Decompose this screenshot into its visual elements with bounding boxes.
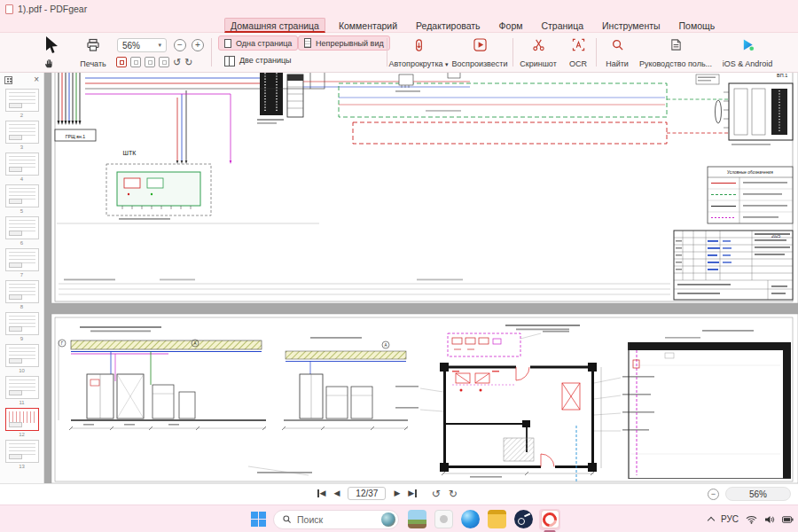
thumbnail-page-8[interactable]: 8 bbox=[4, 280, 41, 310]
rotate-right-button[interactable]: ↻ bbox=[184, 58, 192, 67]
thumbnail-page-12[interactable]: 12 bbox=[4, 408, 41, 438]
document-icon bbox=[5, 4, 13, 14]
thumbnail-page-13[interactable]: 13 bbox=[4, 440, 41, 470]
rotate-cw-button[interactable]: ↻ bbox=[449, 489, 458, 499]
actual-size-button[interactable] bbox=[116, 57, 127, 67]
print-button[interactable]: Печать bbox=[73, 35, 113, 71]
title-block: 2025 bbox=[674, 231, 793, 300]
thumbnail-page-4[interactable]: 4 bbox=[4, 153, 41, 183]
tab-6[interactable]: Инструменты bbox=[597, 18, 665, 33]
thumbnail-panel-header: × bbox=[0, 73, 43, 87]
guide-document-icon bbox=[669, 38, 683, 51]
play-icon bbox=[473, 38, 487, 51]
ocr-label: OCR bbox=[569, 59, 587, 68]
system-tray: РУС bbox=[708, 505, 794, 532]
zoom-select[interactable]: 56% ▾ bbox=[117, 38, 167, 52]
search-placeholder: Поиск bbox=[297, 514, 376, 525]
document-viewer[interactable]: ГРЩ вн.1 ШТК bbox=[44, 73, 798, 483]
find-label: Найти bbox=[606, 59, 629, 68]
ios-android-label: iOS & Android bbox=[723, 59, 773, 68]
zoom-level-indicator[interactable]: 56% bbox=[725, 487, 791, 501]
page-navigation: ◀ ◀ 12/37 ▶ ▶ ↺ ↻ bbox=[317, 487, 458, 500]
app-icon-steam[interactable] bbox=[512, 509, 534, 530]
continuous-view-button[interactable]: Непрерывный вид bbox=[298, 35, 390, 51]
wire-bundle bbox=[59, 73, 80, 121]
play-button[interactable]: Воспроизвести bbox=[450, 35, 509, 71]
app-icon-pdfgear[interactable] bbox=[539, 509, 560, 530]
user-guide-button[interactable]: Руководство поль... bbox=[637, 35, 715, 71]
one-page-label: Одна страница bbox=[236, 39, 292, 48]
zoom-out-button[interactable]: − bbox=[174, 39, 186, 51]
document-canvas[interactable]: ГРЩ вн.1 ШТК bbox=[44, 73, 798, 483]
language-indicator[interactable]: РУС bbox=[721, 514, 739, 524]
ios-android-icon bbox=[741, 38, 755, 51]
app-icon-files[interactable] bbox=[433, 509, 454, 530]
hand-tool-button[interactable] bbox=[43, 57, 56, 73]
search-icon bbox=[611, 38, 624, 51]
zoom-controls: − 56% bbox=[708, 487, 791, 501]
tab-3[interactable]: Редактировать bbox=[411, 18, 486, 33]
minus-icon: − bbox=[177, 41, 183, 50]
thumbnail-page-5[interactable]: 5 bbox=[4, 184, 41, 215]
thumbnail-page-3[interactable]: 3 bbox=[4, 121, 41, 151]
work-area: × 2345678910111213 bbox=[0, 73, 798, 483]
ocr-button[interactable]: OCR bbox=[562, 35, 594, 71]
vp1-label: ВП.1 bbox=[777, 73, 787, 78]
app-icon-edge[interactable] bbox=[459, 509, 481, 530]
thumbnail-panel: × 2345678910111213 bbox=[0, 73, 44, 483]
rotate-ccw-button[interactable]: ↺ bbox=[432, 489, 441, 499]
last-page-button[interactable]: ▶ bbox=[408, 489, 416, 497]
tab-1[interactable]: Домашняя страница bbox=[224, 18, 325, 33]
autoscroll-button[interactable]: Автопрокрутка ▾ bbox=[388, 35, 449, 71]
thumbnail-page-10[interactable]: 10 bbox=[4, 344, 41, 374]
close-icon[interactable]: × bbox=[34, 75, 39, 84]
fit-width-button[interactable] bbox=[130, 57, 141, 67]
zoom-out-small-button[interactable]: − bbox=[708, 489, 719, 500]
wifi-icon[interactable] bbox=[746, 515, 757, 524]
ios-android-button[interactable]: iOS & Android bbox=[718, 35, 777, 71]
hidden-icons-chevron[interactable] bbox=[708, 517, 715, 524]
two-pages-button[interactable]: Две страницы bbox=[218, 52, 298, 67]
rotate-left-button[interactable]: ↺ bbox=[173, 58, 181, 67]
app-icon-photos[interactable] bbox=[406, 509, 427, 530]
thumbnail-page-7[interactable]: 7 bbox=[4, 248, 41, 278]
fit-page-button[interactable] bbox=[159, 57, 169, 67]
previous-page-button[interactable]: ◀ bbox=[333, 489, 340, 497]
one-page-button[interactable]: Одна страница bbox=[218, 35, 298, 51]
find-button[interactable]: Найти bbox=[599, 35, 635, 71]
zoom-value: 56% bbox=[122, 41, 140, 51]
taskbar-search[interactable]: Поиск bbox=[273, 510, 399, 529]
cursor-arrow-icon bbox=[43, 35, 60, 55]
thumbnail-page-11[interactable]: 11 bbox=[4, 376, 41, 406]
menu-tabs: Домашняя страницаКомментарийРедактироват… bbox=[224, 18, 720, 33]
app-icon-explorer[interactable] bbox=[486, 509, 507, 530]
tab-5[interactable]: Страница bbox=[536, 18, 589, 33]
taskbar: Поиск РУС bbox=[0, 505, 798, 532]
tab-7[interactable]: Помощь bbox=[674, 18, 721, 33]
menubar: Домашняя страницаКомментарийРедактироват… bbox=[0, 18, 798, 33]
thumbnail-page-6[interactable]: 6 bbox=[4, 216, 41, 246]
plus-icon: + bbox=[195, 41, 200, 50]
page-number-field[interactable]: 12/37 bbox=[348, 487, 386, 500]
two-pages-label: Две страницы bbox=[239, 56, 292, 65]
continuous-view-label: Непрерывный вид bbox=[316, 39, 384, 48]
thumbnail-page-9[interactable]: 9 bbox=[4, 312, 41, 342]
thumbnails-panel-icon[interactable] bbox=[4, 76, 12, 84]
start-button[interactable] bbox=[251, 512, 266, 527]
tab-2[interactable]: Комментарий bbox=[333, 18, 403, 33]
tab-4[interactable]: Форм bbox=[494, 18, 528, 33]
pdfgear-window: 1).pdf - PDFgear Домашняя страницаКоммен… bbox=[0, 0, 798, 532]
fit-height-button[interactable] bbox=[145, 57, 155, 67]
zoom-in-button[interactable]: + bbox=[192, 39, 204, 51]
volume-icon[interactable] bbox=[764, 515, 775, 524]
thumbnail-page-2[interactable]: 2 bbox=[4, 89, 41, 119]
scissors-icon bbox=[532, 38, 545, 51]
next-page-button[interactable]: ▶ bbox=[394, 489, 400, 497]
screenshot-button[interactable]: Скриншот bbox=[516, 35, 560, 71]
legend-table: Условные обозначения bbox=[708, 167, 793, 223]
thumbnail-list: 2345678910111213 bbox=[0, 89, 43, 470]
battery-icon[interactable] bbox=[782, 516, 794, 523]
first-page-button[interactable]: ◀ bbox=[317, 489, 325, 497]
one-page-icon bbox=[224, 39, 231, 48]
select-tool-button[interactable] bbox=[43, 35, 60, 59]
